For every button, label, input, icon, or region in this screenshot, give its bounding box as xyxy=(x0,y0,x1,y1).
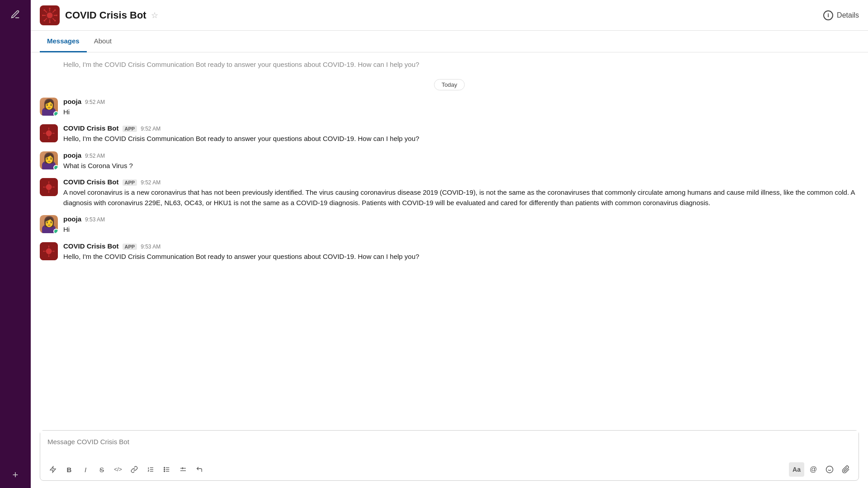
svg-point-56 xyxy=(164,469,165,470)
online-status xyxy=(53,165,58,169)
svg-point-21 xyxy=(48,128,49,129)
svg-point-7 xyxy=(42,14,44,16)
message-header: pooja 9:52 AM xyxy=(63,98,859,105)
svg-point-23 xyxy=(48,138,49,139)
message-time: 9:53 AM xyxy=(141,244,160,250)
messages-area[interactable]: Hello, I'm the COVID Crisis Communicatio… xyxy=(31,52,868,427)
svg-point-41 xyxy=(48,245,49,246)
message-content: COVID Crisis Bot APP 9:52 AM Hello, I'm … xyxy=(63,124,859,144)
svg-line-12 xyxy=(52,18,54,20)
bold-button[interactable]: B xyxy=(62,462,76,477)
star-button[interactable]: ☆ xyxy=(151,10,158,20)
online-status xyxy=(53,229,58,233)
tab-messages[interactable]: Messages xyxy=(40,31,87,52)
emoji-button[interactable] xyxy=(822,462,837,477)
svg-line-10 xyxy=(45,10,47,12)
attachment-button[interactable] xyxy=(839,462,853,477)
italic-button[interactable]: I xyxy=(78,462,93,477)
text-format-button[interactable]: Aa xyxy=(789,462,804,477)
compose-button[interactable] xyxy=(6,5,24,23)
bot-avatar xyxy=(40,124,58,142)
tab-bar: Messages About xyxy=(31,31,868,52)
message-content: pooja 9:53 AM Hi xyxy=(63,215,859,235)
tab-about[interactable]: About xyxy=(87,31,119,52)
message-author: COVID Crisis Bot xyxy=(63,124,119,132)
svg-point-31 xyxy=(48,182,49,183)
message-header: COVID Crisis Bot APP 9:52 AM xyxy=(63,178,859,186)
message-input-area: B I S </> xyxy=(40,430,859,481)
bot-avatar xyxy=(40,178,58,196)
chat-title: COVID Crisis Bot xyxy=(65,9,146,21)
message-header: COVID Crisis Bot APP 9:52 AM xyxy=(63,124,859,132)
svg-point-25 xyxy=(43,133,44,134)
formatting-toolbar: B I S </> xyxy=(40,459,859,480)
svg-point-19 xyxy=(46,131,52,136)
message-author: pooja xyxy=(63,98,81,105)
svg-marker-48 xyxy=(50,466,56,472)
message-time: 9:52 AM xyxy=(85,99,105,105)
svg-point-1 xyxy=(47,12,53,18)
message-author: COVID Crisis Bot xyxy=(63,242,119,250)
message-text: Hello, I'm the COVID Crisis Communicatio… xyxy=(63,252,859,262)
message-content: pooja 9:52 AM Hi xyxy=(63,98,859,117)
online-status xyxy=(53,111,58,116)
svg-point-55 xyxy=(164,467,165,468)
message-author: pooja xyxy=(63,151,81,159)
message-content: COVID Crisis Bot APP 9:52 AM A novel cor… xyxy=(63,178,859,208)
message-group: pooja 9:53 AM Hi xyxy=(40,215,859,235)
message-group: COVID Crisis Bot APP 9:52 AM Hello, I'm … xyxy=(40,124,859,144)
message-time: 9:52 AM xyxy=(141,179,160,186)
bot-avatar xyxy=(40,242,58,260)
svg-point-9 xyxy=(56,14,58,16)
svg-point-39 xyxy=(46,248,52,254)
bullet-list-button[interactable] xyxy=(160,462,174,477)
svg-line-14 xyxy=(52,10,54,12)
app-badge: APP xyxy=(123,179,137,186)
message-content: COVID Crisis Bot APP 9:53 AM Hello, I'm … xyxy=(63,242,859,262)
message-text: A novel coronavirus is a new coronavirus… xyxy=(63,188,859,208)
message-header: pooja 9:52 AM xyxy=(63,151,859,159)
sidebar: + xyxy=(0,0,31,488)
app-badge: APP xyxy=(123,244,137,250)
svg-point-37 xyxy=(53,187,54,188)
message-author: pooja xyxy=(63,215,81,223)
message-text: Hi xyxy=(63,225,859,235)
info-icon: i xyxy=(823,10,833,20)
indent-button[interactable] xyxy=(176,462,190,477)
revert-button[interactable] xyxy=(192,462,207,477)
mention-button[interactable]: @ xyxy=(806,462,821,477)
date-divider: Today xyxy=(40,79,859,90)
svg-point-33 xyxy=(48,192,49,192)
svg-point-5 xyxy=(49,21,51,23)
svg-point-57 xyxy=(164,471,165,472)
strikethrough-button[interactable]: S xyxy=(94,462,109,477)
message-content: pooja 9:52 AM What is Corona Virus ? xyxy=(63,151,859,171)
message-group: pooja 9:52 AM Hi xyxy=(40,98,859,117)
svg-point-47 xyxy=(53,250,54,251)
faded-top-message: Hello, I'm the COVID Crisis Communicatio… xyxy=(40,60,859,74)
svg-point-60 xyxy=(826,466,833,473)
message-time: 9:52 AM xyxy=(141,126,160,132)
message-text: What is Corona Virus ? xyxy=(63,161,859,171)
svg-line-16 xyxy=(45,18,47,20)
avatar xyxy=(40,98,58,116)
lightning-button[interactable] xyxy=(46,462,60,477)
svg-point-13 xyxy=(54,19,56,21)
message-text: Hi xyxy=(63,107,859,117)
message-header: COVID Crisis Bot APP 9:53 AM xyxy=(63,242,859,250)
message-group: pooja 9:52 AM What is Corona Virus ? xyxy=(40,151,859,171)
link-button[interactable] xyxy=(127,462,142,477)
code-button[interactable]: </> xyxy=(111,462,125,477)
add-workspace-button[interactable]: + xyxy=(13,469,19,481)
details-button[interactable]: i Details xyxy=(823,10,859,20)
message-input[interactable] xyxy=(40,431,859,457)
ordered-list-button[interactable] xyxy=(143,462,158,477)
svg-point-29 xyxy=(46,184,52,190)
message-time: 9:52 AM xyxy=(85,153,105,159)
bot-header-avatar xyxy=(40,5,60,25)
chat-header: COVID Crisis Bot ☆ i Details xyxy=(31,0,868,31)
svg-point-15 xyxy=(54,9,56,11)
svg-point-35 xyxy=(43,187,44,188)
app-badge: APP xyxy=(123,126,137,132)
message-text: Hello, I'm the COVID Crisis Communicatio… xyxy=(63,134,859,144)
